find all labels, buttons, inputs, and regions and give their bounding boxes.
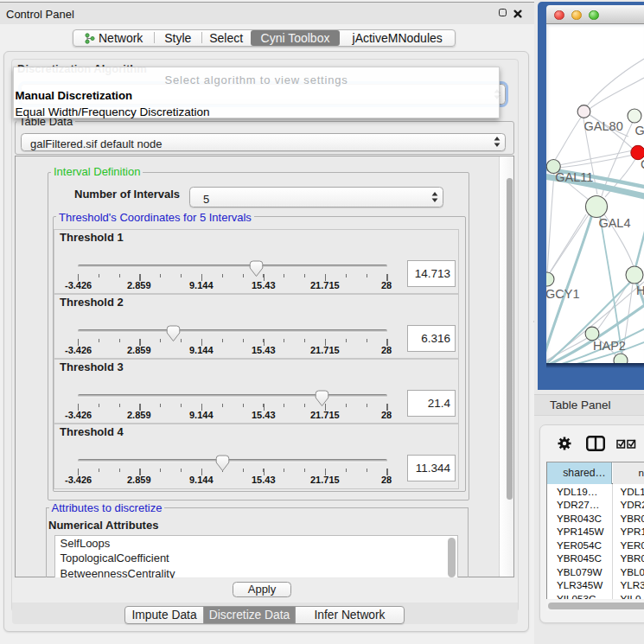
svg-text:GAL11: GAL11 [555, 170, 593, 184]
svg-text:GAL4: GAL4 [598, 216, 630, 230]
svg-text:GAL80: GAL80 [584, 119, 623, 133]
svg-text:C: C [641, 157, 644, 171]
svg-text:GA: GA [634, 124, 644, 137]
svg-text:H: H [636, 284, 644, 297]
svg-text:GCY1: GCY1 [546, 287, 580, 301]
svg-text:HAP2: HAP2 [593, 339, 626, 353]
